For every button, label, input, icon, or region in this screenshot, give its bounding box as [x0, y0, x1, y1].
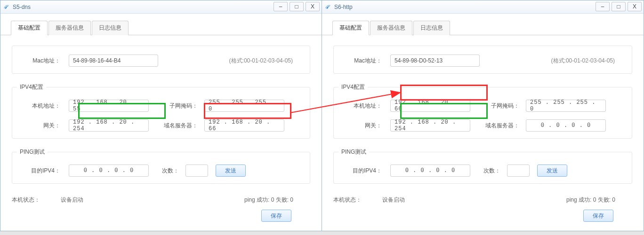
save-button[interactable]: 保存 [583, 210, 613, 222]
mac-input[interactable]: 54-89-98-16-44-B4 [69, 55, 158, 67]
send-button[interactable]: 发送 [216, 164, 246, 177]
gateway-input[interactable]: 192 . 168 . 20 . 254 [69, 119, 149, 132]
tab-basic[interactable]: 基础配置 [11, 21, 48, 35]
gateway-label: 网关： [334, 122, 390, 130]
close-button[interactable]: X [306, 2, 320, 11]
local-addr-input[interactable]: 192 . 168 . 20 . 55 [69, 100, 149, 112]
local-addr-label: 本机地址： [334, 102, 390, 110]
count-input[interactable] [507, 164, 530, 177]
target-input[interactable]: 0 . 0 . 0 . 0 [390, 164, 470, 177]
dns-label: 域名服务器： [479, 122, 526, 130]
titlebar: S6-http – □ X [322, 0, 644, 14]
tab-body: Mac地址： 54-89-98-D0-52-13 (格式:00-01-02-03… [322, 35, 644, 227]
status-row: 本机状态： 设备启动 ping 成功: 0 失败: 0 [12, 193, 310, 210]
app-icon [3, 4, 10, 10]
count-input[interactable] [185, 164, 208, 177]
target-label: 目的IPV4： [334, 167, 390, 175]
window-s5: S5-dns – □ X 基础配置 服务器信息 日志信息 Mac地址： 54-8… [0, 0, 322, 231]
dns-input[interactable]: 0 . 0 . 0 . 0 [526, 119, 606, 132]
local-addr-label: 本机地址： [12, 102, 69, 110]
subnet-label: 子网掩码： [479, 102, 526, 110]
ping-section: PING测试 目的IPV4： 0 . 0 . 0 . 0 次数： 发送 [333, 148, 632, 184]
status-value: 设备启动 [382, 196, 405, 204]
tab-server-info[interactable]: 服务器信息 [48, 21, 91, 35]
ping-legend: PING测试 [17, 148, 48, 156]
gateway-input[interactable]: 192 . 168 . 20 . 254 [390, 119, 470, 132]
ping-stat: ping 成功: 0 失败: 0 [244, 196, 310, 204]
window-title: S5-dns [13, 4, 31, 10]
count-label: 次数： [479, 167, 507, 175]
local-addr-input[interactable]: 192 . 168 . 20 . 66 [390, 100, 470, 112]
window-controls: – □ X [274, 0, 322, 13]
tabs: 基础配置 服务器信息 日志信息 [322, 14, 644, 35]
mac-label: Mac地址： [12, 57, 69, 65]
save-button[interactable]: 保存 [261, 210, 291, 222]
maximize-button[interactable]: □ [290, 2, 304, 11]
window-s6: S6-http – □ X 基础配置 服务器信息 日志信息 Mac地址： 54-… [322, 0, 644, 231]
ipv4-section: IPV4配置 本机地址： 192 . 168 . 20 . 66 子网掩码： 2… [333, 83, 632, 139]
app-icon [325, 4, 331, 10]
subnet-input[interactable]: 255 . 255 . 255 . 0 [204, 100, 284, 112]
ipv4-section: IPV4配置 本机地址： 192 . 168 . 20 . 55 子网掩码： 2… [12, 83, 310, 139]
minimize-button[interactable]: – [274, 2, 288, 11]
window-controls: – □ X [596, 0, 644, 13]
send-button[interactable]: 发送 [537, 164, 567, 177]
tab-log[interactable]: 日志信息 [413, 21, 450, 35]
status-row: 本机状态： 设备启动 ping 成功: 0 失败: 0 [333, 193, 632, 210]
titlebar: S5-dns – □ X [0, 0, 322, 14]
status-label: 本机状态： [12, 196, 40, 204]
close-button[interactable]: X [628, 2, 642, 11]
subnet-input[interactable]: 255 . 255 . 255 . 0 [526, 100, 606, 112]
mac-format-note: (格式:00-01-02-03-04-05) [551, 57, 632, 65]
ping-legend: PING测试 [338, 148, 369, 156]
ipv4-legend: IPV4配置 [338, 83, 368, 91]
tab-basic[interactable]: 基础配置 [332, 21, 369, 35]
subnet-label: 子网掩码： [157, 102, 204, 110]
maximize-button[interactable]: □ [612, 2, 626, 11]
tab-server-info[interactable]: 服务器信息 [370, 21, 412, 35]
window-title: S6-http [334, 4, 353, 10]
mac-section: Mac地址： 54-89-98-16-44-B4 (格式:00-01-02-03… [12, 46, 310, 74]
mac-label: Mac地址： [334, 57, 390, 65]
tab-log[interactable]: 日志信息 [92, 21, 129, 35]
target-input[interactable]: 0 . 0 . 0 . 0 [69, 164, 149, 177]
count-label: 次数： [157, 167, 185, 175]
minimize-button[interactable]: – [596, 2, 610, 11]
dns-label: 域名服务器： [157, 122, 204, 130]
ping-stat: ping 成功: 0 失败: 0 [566, 196, 632, 204]
gateway-label: 网关： [12, 122, 69, 130]
ipv4-legend: IPV4配置 [17, 83, 46, 91]
mac-format-note: (格式:00-01-02-03-04-05) [229, 57, 310, 65]
ping-section: PING测试 目的IPV4： 0 . 0 . 0 . 0 次数： 发送 [12, 148, 310, 184]
mac-section: Mac地址： 54-89-98-D0-52-13 (格式:00-01-02-03… [333, 46, 632, 74]
target-label: 目的IPV4： [12, 167, 69, 175]
tab-body: Mac地址： 54-89-98-16-44-B4 (格式:00-01-02-03… [0, 35, 322, 227]
dns-input[interactable]: 192 . 168 . 20 . 66 [204, 119, 284, 132]
status-value: 设备启动 [61, 196, 83, 204]
mac-input[interactable]: 54-89-98-D0-52-13 [390, 55, 480, 67]
tabs: 基础配置 服务器信息 日志信息 [0, 14, 322, 35]
status-label: 本机状态： [333, 196, 362, 204]
